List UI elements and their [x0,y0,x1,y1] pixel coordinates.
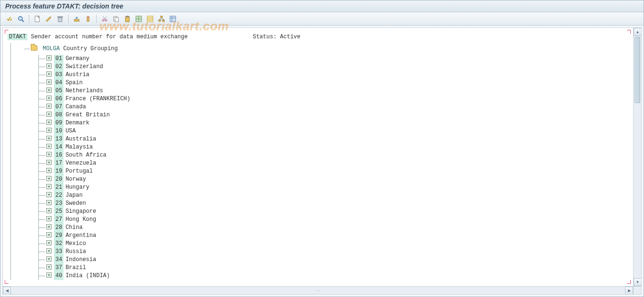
expand-icon[interactable] [46,55,52,61]
collapse-icon [73,16,80,22]
copy-button[interactable] [111,14,121,24]
svg-rect-13 [125,17,129,22]
expand-button[interactable] [83,14,93,24]
vertical-scrollbar[interactable]: ▲ ▼ [633,28,641,286]
country-node[interactable]: 29Argentina [39,232,628,240]
scroll-down-button[interactable]: ▼ [634,278,642,286]
table-blue-icon [170,16,176,22]
scroll-track[interactable]: ··· [11,287,625,294]
expand-icon[interactable] [46,152,52,157]
edit-button[interactable] [44,14,54,24]
expand-icon[interactable] [46,272,52,278]
view1-button[interactable] [134,14,144,24]
country-label: Australia [65,136,96,142]
country-node[interactable]: 03Austria [39,71,628,79]
country-node[interactable]: 05Netherlands [39,87,628,95]
create-button[interactable] [32,14,43,24]
country-node[interactable]: 19Portugal [39,167,628,175]
view2-button[interactable] [145,14,155,24]
country-node[interactable]: 07Canada [39,103,628,111]
country-node[interactable]: 06France (FRANKREICH) [39,95,628,103]
view4-button[interactable] [168,14,178,24]
expand-icon[interactable] [46,168,52,173]
country-label: Spain [65,79,82,86]
country-node[interactable]: 01Germany [39,55,628,63]
country-code: 29 [54,232,63,240]
country-node[interactable]: 10USA [39,127,628,135]
country-node[interactable]: 25Singapore [39,208,628,216]
expand-icon[interactable] [46,160,52,165]
scroll-track[interactable] [634,36,641,278]
expand-icon[interactable] [46,96,52,101]
toolbar-separator [29,15,29,23]
expand-icon[interactable] [46,264,52,270]
country-code: 16 [54,151,63,159]
scroll-up-button[interactable]: ▲ [634,28,642,36]
horizontal-scrollbar[interactable]: ◀ ··· ▶ [3,286,633,294]
view3-button[interactable] [156,14,167,24]
country-node[interactable]: 16South Africa [39,151,628,159]
country-node[interactable]: 37Brazil [39,264,628,272]
expand-icon[interactable] [46,232,52,237]
country-node[interactable]: 23Sweden [39,200,628,208]
country-code: 19 [54,167,63,175]
expand-icon[interactable] [46,200,52,205]
country-code: 28 [54,224,63,232]
expand-icon[interactable] [46,192,52,197]
country-label: Argentina [65,232,96,239]
country-node[interactable]: 27Hong Kong [39,216,628,224]
expand-icon[interactable] [46,248,52,253]
feature-code[interactable]: DTAKT [8,34,27,40]
country-node[interactable]: 33Russia [39,248,628,256]
expand-icon[interactable] [46,112,52,117]
country-node[interactable]: 09Denmark [39,119,628,127]
country-node[interactable]: 21Hungary [39,183,628,192]
expand-icon[interactable] [46,136,52,141]
country-node[interactable]: 13Australia [39,135,628,143]
scroll-left-button[interactable]: ◀ [3,287,11,295]
expand-icon[interactable] [46,144,52,149]
collapse-button[interactable] [72,14,82,24]
country-code: 22 [54,192,63,200]
country-node[interactable]: 32Mexico [39,240,628,248]
expand-icon[interactable] [46,63,52,69]
find-button[interactable] [16,14,26,24]
country-label: South Africa [65,152,106,158]
cut-button[interactable] [99,14,110,24]
expand-icon[interactable] [46,240,52,245]
country-code: 01 [54,55,63,63]
paste-button[interactable] [122,14,133,24]
molga-node[interactable]: MOLGA Country Grouping [11,43,628,55]
expand-icon[interactable] [46,176,52,181]
check-button[interactable] [4,14,15,24]
country-node[interactable]: 20Norway [39,175,628,183]
svg-rect-4 [58,17,62,22]
delete-button[interactable] [55,14,65,24]
country-code: 27 [54,216,63,224]
expand-icon[interactable] [46,79,52,85]
country-code: 09 [54,119,63,127]
expand-icon[interactable] [46,87,52,93]
expand-icon[interactable] [46,224,52,229]
country-node[interactable]: 14Malaysia [39,143,628,151]
country-node[interactable]: 40India (INDIA) [39,272,628,280]
country-label: Hungary [65,184,89,191]
country-node[interactable]: 34Indonesia [39,256,628,264]
expand-icon[interactable] [46,128,52,133]
clipboard-icon [124,16,131,22]
country-node[interactable]: 28China [39,224,628,232]
country-node[interactable]: 08Great Britain [39,111,628,119]
expand-icon[interactable] [46,208,52,213]
expand-icon[interactable] [46,120,52,125]
expand-icon[interactable] [46,104,52,109]
scroll-right-button[interactable]: ▶ [625,287,633,295]
expand-icon[interactable] [46,216,52,221]
expand-icon[interactable] [46,256,52,262]
expand-icon[interactable] [46,184,52,189]
country-node[interactable]: 17Venezuela [39,159,628,167]
country-node[interactable]: 22Japan [39,192,628,200]
country-node[interactable]: 02Switzerland [39,63,628,71]
scroll-thumb[interactable] [635,37,640,103]
country-node[interactable]: 04Spain [39,79,628,87]
expand-icon[interactable] [46,71,52,77]
